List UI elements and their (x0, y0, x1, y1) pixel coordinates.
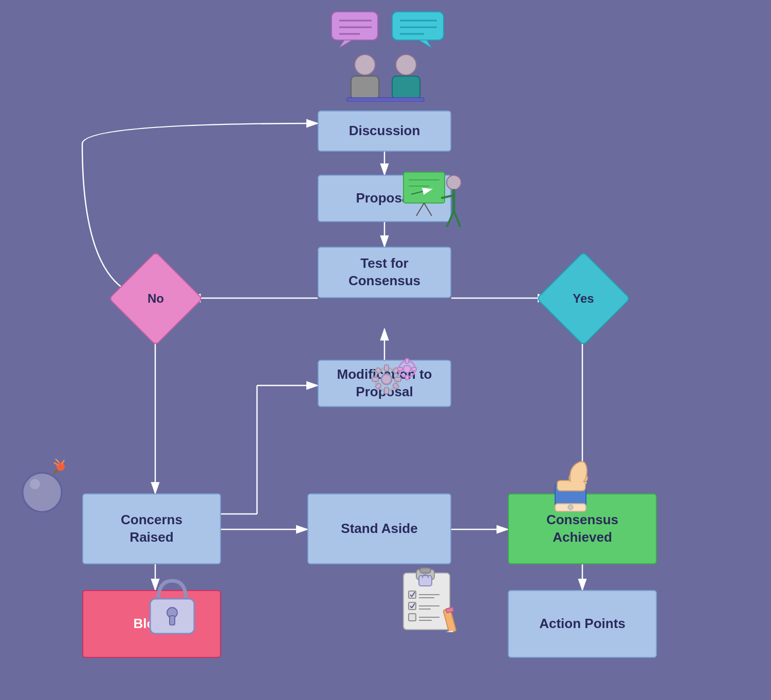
svg-rect-46 (395, 377, 401, 381)
no-label: No (148, 291, 164, 306)
svg-line-60 (56, 459, 59, 463)
clipboard-icon (401, 565, 463, 632)
svg-line-40 (454, 211, 460, 226)
yes-diamond: Yes (550, 265, 617, 332)
svg-line-58 (54, 463, 58, 465)
svg-point-67 (568, 505, 573, 510)
svg-rect-45 (372, 377, 378, 381)
svg-point-27 (396, 54, 416, 75)
svg-point-25 (355, 54, 375, 75)
discussion-icon (316, 9, 455, 102)
presenter-icon (401, 170, 468, 236)
stand-aside-label: Stand Aside (341, 520, 417, 538)
test-consensus-label: Test forConsensus (348, 255, 420, 290)
svg-point-62 (30, 479, 40, 489)
svg-marker-19 (339, 40, 352, 48)
discussion-label: Discussion (349, 122, 420, 140)
concerns-raised-label: ConcernsRaised (121, 511, 182, 546)
svg-rect-55 (398, 367, 402, 371)
svg-line-59 (62, 460, 64, 464)
svg-point-52 (403, 365, 411, 373)
svg-rect-30 (403, 172, 445, 203)
action-points-label: Action Points (539, 615, 626, 633)
bomb-icon (15, 457, 72, 514)
yes-label: Yes (573, 291, 594, 306)
svg-rect-53 (406, 359, 409, 363)
svg-rect-26 (351, 76, 379, 99)
svg-rect-85 (409, 614, 416, 621)
concerns-raised-box: ConcernsRaised (82, 493, 221, 564)
diagram: Discussion Proposal Test forConsensus Mo… (0, 0, 771, 700)
svg-rect-44 (384, 388, 389, 394)
action-points-box: Action Points (508, 590, 657, 658)
svg-point-61 (23, 473, 62, 512)
lock-icon (144, 570, 200, 637)
svg-rect-15 (332, 12, 378, 40)
svg-rect-56 (412, 367, 416, 371)
consensus-achieved-label: ConsensusAchieved (546, 511, 618, 546)
svg-point-42 (381, 374, 392, 384)
svg-point-57 (57, 463, 65, 471)
svg-rect-20 (392, 12, 444, 40)
svg-rect-74 (419, 576, 432, 586)
discussion-box: Discussion (318, 110, 451, 152)
svg-point-36 (447, 175, 461, 190)
svg-rect-73 (420, 568, 431, 573)
gear-icon (365, 355, 421, 401)
svg-rect-28 (392, 76, 420, 99)
svg-marker-24 (419, 40, 432, 48)
no-diamond: No (122, 265, 189, 332)
svg-rect-54 (406, 375, 409, 380)
svg-rect-43 (384, 365, 389, 371)
stand-aside-box: Stand Aside (307, 493, 451, 564)
svg-line-35 (424, 203, 432, 216)
svg-line-34 (416, 203, 424, 216)
svg-rect-29 (347, 98, 424, 102)
svg-line-39 (447, 211, 454, 226)
thumbs-up-icon (550, 452, 612, 514)
svg-rect-70 (170, 616, 175, 625)
test-consensus-box: Test forConsensus (318, 247, 451, 298)
